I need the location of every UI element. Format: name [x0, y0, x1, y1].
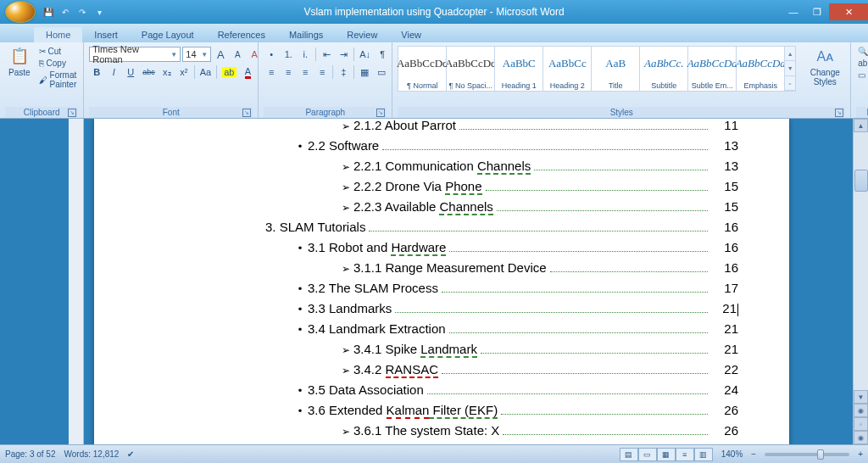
web-layout-view[interactable]: ▦: [657, 448, 676, 461]
strike-button[interactable]: abc: [140, 64, 158, 80]
tab-home[interactable]: Home: [34, 27, 82, 42]
font-group-label: Font↘: [89, 107, 253, 118]
format-painter-button[interactable]: 🖌Format Painter: [37, 70, 79, 90]
align-left-button[interactable]: ≡: [264, 64, 279, 80]
font-dialog-launcher[interactable]: ↘: [242, 109, 251, 117]
style-item-4[interactable]: AaBTitle: [591, 46, 640, 92]
style-item-2[interactable]: AaBbCHeading 1: [494, 46, 543, 92]
line-spacing-button[interactable]: ‡: [336, 64, 351, 80]
show-marks-button[interactable]: ¶: [375, 47, 390, 62]
style-item-6[interactable]: AaBbCcDdSubtle Em...: [687, 46, 737, 92]
style-item-7[interactable]: AaBbCcDdEmphasis: [736, 46, 785, 92]
qat-save-icon[interactable]: 💾: [41, 4, 56, 20]
style-item-3[interactable]: AaBbCcHeading 2: [542, 46, 592, 92]
toc-entry: ➢2.2.2 Drone Via Phone 15: [338, 176, 738, 197]
subscript-button[interactable]: x₂: [159, 64, 175, 80]
copy-button[interactable]: ⎘Copy: [37, 58, 79, 69]
page-indicator[interactable]: Page: 3 of 52: [5, 449, 56, 459]
browse-object-button[interactable]: ◦: [854, 417, 868, 431]
styles-dialog-launcher[interactable]: ↘: [835, 109, 843, 117]
bullets-button[interactable]: •: [264, 47, 279, 62]
borders-button[interactable]: ▭: [374, 64, 389, 80]
styles-scroll[interactable]: ▲▼⌄: [784, 46, 796, 92]
toc-entry: •3.4 Landmark Extraction 21: [292, 319, 738, 339]
zoom-thumb[interactable]: [817, 449, 824, 460]
cut-button[interactable]: ✂Cut: [37, 46, 79, 57]
outline-view[interactable]: ≡: [676, 448, 694, 461]
tab-insert[interactable]: Insert: [82, 27, 130, 42]
toc-entry: ➢3.4.1 Spike Landmark 21: [338, 339, 738, 360]
tab-references[interactable]: References: [206, 27, 277, 42]
change-case-button[interactable]: Aa: [198, 64, 214, 80]
next-page-button[interactable]: ◉: [854, 431, 868, 444]
italic-button[interactable]: I: [106, 64, 121, 80]
zoom-level[interactable]: 140%: [721, 449, 743, 459]
zoom-in-button[interactable]: +: [858, 449, 863, 459]
qat-undo-icon[interactable]: ↶: [58, 4, 73, 20]
font-name-combo[interactable]: Times New Roman▼: [89, 47, 181, 62]
toc-entry: •3.3 Landmarks 21: [292, 298, 738, 319]
scroll-thumb[interactable]: [854, 170, 868, 192]
paragraph-group: • 1. i. ⇤ ⇥ A↓ ¶ ≡ ≡ ≡ ≡ ‡ ▦ ▭: [259, 42, 392, 118]
paragraph-group-label: Paragraph↘: [264, 107, 387, 118]
maximize-button[interactable]: ❐: [805, 3, 829, 20]
tab-view[interactable]: View: [389, 27, 433, 42]
select-button[interactable]: ▭Select ▾: [856, 70, 868, 81]
qat-redo-icon[interactable]: ↷: [75, 4, 90, 20]
font-group: Times New Roman▼ 14▼ A A A B I U abc x₂ …: [84, 42, 259, 118]
increase-indent-button[interactable]: ⇥: [336, 47, 351, 62]
toc-entry: ➢2.2.3 Available Channels 15: [338, 197, 738, 217]
font-color-button[interactable]: A: [241, 64, 256, 80]
office-button[interactable]: [5, 1, 36, 23]
superscript-button[interactable]: x²: [176, 64, 192, 80]
vertical-scrollbar[interactable]: ▲ ▼ ◉ ◦ ◉: [853, 119, 868, 444]
zoom-out-button[interactable]: −: [751, 449, 756, 459]
document-page[interactable]: ➢2.1.2 About Parrot 11•2.2 Software 13➢2…: [94, 119, 789, 444]
prev-page-button[interactable]: ◉: [854, 404, 868, 417]
highlight-button[interactable]: ab: [220, 64, 238, 80]
justify-button[interactable]: ≡: [314, 64, 330, 80]
tab-review[interactable]: Review: [335, 27, 389, 42]
sort-button[interactable]: A↓: [357, 47, 373, 62]
print-layout-view[interactable]: ▤: [620, 448, 638, 461]
close-button[interactable]: ✕: [829, 3, 868, 20]
minimize-button[interactable]: —: [782, 3, 805, 20]
paragraph-dialog-launcher[interactable]: ↘: [376, 109, 385, 117]
toc-entry: ➢3.1.1 Range Measurement Device 16: [338, 258, 738, 278]
vertical-ruler[interactable]: [69, 119, 84, 444]
tab-mailings[interactable]: Mailings: [277, 27, 335, 42]
style-item-0[interactable]: AaBbCcDd¶ Normal: [398, 46, 447, 92]
decrease-indent-button[interactable]: ⇤: [319, 47, 334, 62]
change-styles-button[interactable]: Aᴀ Change Styles: [804, 44, 845, 88]
align-center-button[interactable]: ≡: [281, 64, 296, 80]
paste-button[interactable]: 📋 Paste: [5, 44, 34, 79]
bold-button[interactable]: B: [89, 64, 104, 80]
scroll-down-button[interactable]: ▼: [854, 390, 868, 404]
find-button[interactable]: 🔍Find ▾: [856, 46, 868, 57]
scroll-up-button[interactable]: ▲: [854, 119, 868, 132]
multilevel-button[interactable]: i.: [298, 47, 313, 62]
replace-button[interactable]: abReplace: [856, 58, 868, 69]
style-item-5[interactable]: AaBbCc.Subtitle: [639, 46, 688, 92]
shrink-font-button[interactable]: A: [230, 47, 245, 62]
shading-button[interactable]: ▦: [357, 64, 372, 80]
toc-entry: •3.2 The SLAM Process 17: [292, 278, 738, 298]
clipboard-dialog-launcher[interactable]: ↘: [68, 109, 76, 117]
word-count[interactable]: Words: 12,812: [64, 449, 120, 459]
align-right-button[interactable]: ≡: [298, 64, 313, 80]
style-item-1[interactable]: AaBbCcDd¶ No Spaci...: [446, 46, 495, 92]
underline-button[interactable]: U: [123, 64, 138, 80]
grow-font-button[interactable]: A: [213, 47, 228, 62]
numbering-button[interactable]: 1.: [281, 47, 296, 62]
font-size-combo[interactable]: 14▼: [182, 47, 211, 62]
editing-group-label: Editing: [856, 107, 868, 118]
editing-group: 🔍Find ▾ abReplace ▭Select ▾ Editing: [851, 42, 868, 118]
styles-group: AaBbCcDd¶ NormalAaBbCcDd¶ No Spaci...AaB…: [392, 42, 851, 118]
draft-view[interactable]: ▥: [694, 448, 713, 461]
proofing-icon[interactable]: ✔: [127, 449, 134, 459]
zoom-slider[interactable]: [765, 453, 849, 456]
toc-entry: •3.5 Data Association 24: [292, 380, 738, 400]
qat-customize-icon[interactable]: ▾: [92, 4, 107, 20]
full-screen-view[interactable]: ▭: [638, 448, 657, 461]
tab-page-layout[interactable]: Page Layout: [130, 27, 206, 42]
